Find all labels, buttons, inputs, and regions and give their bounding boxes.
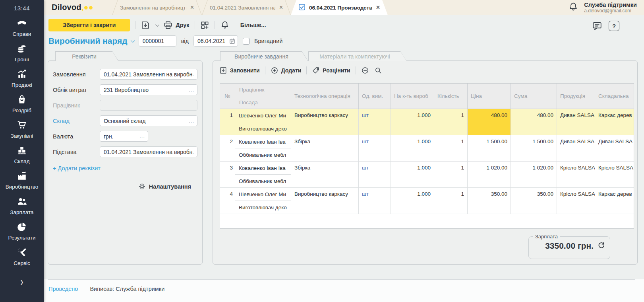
col-qty[interactable]: Кількість [434,84,468,109]
fill-button[interactable]: Заповнити [219,66,260,74]
tab-production-order[interactable]: 06.04.2021 Производственный × [291,0,388,15]
worker-cell[interactable]: Коваленко Іван Іва [235,162,291,175]
currency-input[interactable]: грн. ... [100,131,148,142]
settings-button[interactable]: Налаштування [138,183,191,190]
assembly-cell[interactable]: Каркас дерев [595,188,634,214]
warehouse-link[interactable]: Склад [53,118,100,124]
search-button[interactable] [374,66,382,74]
more-button[interactable]: Більше... [240,22,266,28]
product-cell[interactable]: Крісло SALSA [557,188,595,214]
qty-cell[interactable]: 1 [434,135,468,162]
price-cell-selected[interactable]: 480.00 [468,109,511,135]
ellipsis-button[interactable]: ... [189,71,194,77]
feedback-comment-icon[interactable] [592,21,602,31]
per-output-cell[interactable]: 1.000 [391,162,434,188]
ellipsis-button[interactable]: ... [189,118,194,124]
sidebar-item-money[interactable]: Гроші [0,43,44,63]
sidebar-item-warehouse[interactable]: Склад [0,144,44,165]
sum-cell[interactable]: 1 500.00 [511,135,557,162]
position-cell[interactable]: Оббивальник мебл [235,175,291,187]
tab-order-doc[interactable]: 01.04.2021 Замовлення на виро × [202,0,291,15]
col-sum[interactable]: Сума [511,84,557,109]
col-operation[interactable]: Технологічна операція [291,84,359,109]
worker-cell[interactable]: Шевченко Олег Ми [235,188,291,201]
unit-cell[interactable]: шт [359,135,391,162]
remove-row-button[interactable] [361,66,369,74]
doc-number-input[interactable] [139,35,176,47]
product-cell[interactable]: Крісло SALSA [557,162,595,188]
save-button[interactable] [141,20,150,30]
position-cell[interactable]: Виготовлювач деко [235,201,291,214]
help-icon[interactable]: ? [609,21,619,31]
ellipsis-button[interactable]: ... [189,149,194,155]
assembly-cell[interactable]: Диван SALSA [595,135,634,162]
tab-requisites[interactable]: Реквізити [55,51,119,61]
sidebar-item-salary[interactable]: Зарплата [0,195,44,216]
sidebar-item-sales[interactable]: Продажі [0,68,44,89]
unit-cell[interactable]: шт [359,109,391,135]
col-assembly[interactable]: Складальна [595,84,634,109]
ellipsis-button[interactable]: ... [189,87,194,93]
worker-input[interactable] [100,100,197,111]
unit-cell[interactable]: шт [359,188,391,214]
close-icon[interactable]: × [376,4,380,11]
ellipsis-button[interactable]: ... [139,133,145,139]
price-cell[interactable]: 350.00 [468,188,511,214]
order-input[interactable]: 01.04.2021 Замовлення на виробн ... [100,69,197,80]
position-cell[interactable]: Виготовлювач деко [235,122,291,135]
print-button[interactable]: Друк [163,20,189,30]
assembly-cell[interactable]: Крісло SALSA [595,162,634,188]
table-row[interactable]: 3 Коваленко Іван Іва Оббивальник мебл Зб… [220,162,634,188]
tab-orders-list[interactable]: Замовлення на виробництво × [112,0,202,15]
per-output-cell[interactable]: 1.000 [391,135,434,162]
sum-cell[interactable]: 1 020.00 [511,162,557,188]
operation-cell[interactable]: Виробництво каркасу [291,188,359,214]
refresh-icon[interactable] [598,241,605,251]
close-icon[interactable]: × [190,4,194,11]
sidebar-expand-chevron-icon[interactable]: › [20,275,23,289]
table-row[interactable]: 4 Шевченко Олег Ми Виготовлювач деко Вир… [220,188,634,214]
worker-cell[interactable]: Коваленко Іван Іва [235,135,291,148]
col-num[interactable]: № [220,84,235,109]
qty-cell[interactable]: 1 [434,188,468,214]
sum-cell[interactable]: 480.00 [511,109,557,135]
basis-input[interactable]: 01.04.2021 Замовлення на виробн ... [100,146,197,157]
notifications-bell-icon[interactable] [568,2,578,14]
sidebar-item-retail[interactable]: Роздріб [0,94,44,114]
doc-type-selector[interactable]: Виробничий наряд [48,36,134,46]
add-row-button[interactable]: Додати [271,66,302,74]
add-requisite-link[interactable]: + Додати реквізит [53,165,197,171]
doc-date-input[interactable] [193,35,238,47]
tab-production-task[interactable]: Виробниче завдання [220,51,308,61]
sidebar-item-purchases[interactable]: Закупівлі [0,119,44,140]
qty-cell[interactable]: 1 [434,109,468,135]
col-product[interactable]: Продукція [557,84,595,109]
tab-materials[interactable]: Матеріали та комплектуючі [308,51,407,61]
unit-cell[interactable]: шт [359,162,391,188]
save-close-button[interactable]: Зберегти і закрити [48,19,130,31]
col-price[interactable]: Ціна [468,84,511,109]
operation-cell[interactable]: Збірка [291,162,359,188]
reminder-bell-button[interactable] [220,20,230,30]
position-cell[interactable]: Оббивальник мебл [235,148,291,161]
col-unit[interactable]: Од. вим. [359,84,391,109]
worker-cell[interactable]: Шевченко Олег Ми [235,109,291,122]
table-row[interactable]: 2 Коваленко Іван Іва Оббивальник мебл Зб… [220,135,634,162]
operation-cell[interactable]: Виробництво каркасу [291,109,359,135]
account-menu[interactable]: Служба підтримки a.delovod@gmail.com [584,2,637,14]
reprice-button[interactable]: Розцінити [312,66,350,74]
sidebar-item-production[interactable]: Виробництво [0,170,44,191]
add-widget-button[interactable] [200,21,209,30]
sidebar-item-results[interactable]: Результати [0,221,44,242]
product-cell[interactable]: Диван SALSA [557,135,595,162]
sidebar-item-service[interactable]: Сервіс [0,246,44,267]
assembly-cell[interactable]: Каркас дерев [595,109,634,135]
per-output-cell[interactable]: 1.000 [391,188,434,214]
qty-cell[interactable]: 1 [434,162,468,188]
col-per-output[interactable]: На к-ть вироб [391,84,434,109]
sum-cell[interactable]: 350.00 [511,188,557,214]
brigade-checkbox[interactable] [243,38,249,45]
sidebar-item-deals[interactable]: Справи [0,17,44,38]
save-dropdown-chevron-icon[interactable] [155,23,159,27]
per-output-cell[interactable]: 1.000 [391,109,434,135]
